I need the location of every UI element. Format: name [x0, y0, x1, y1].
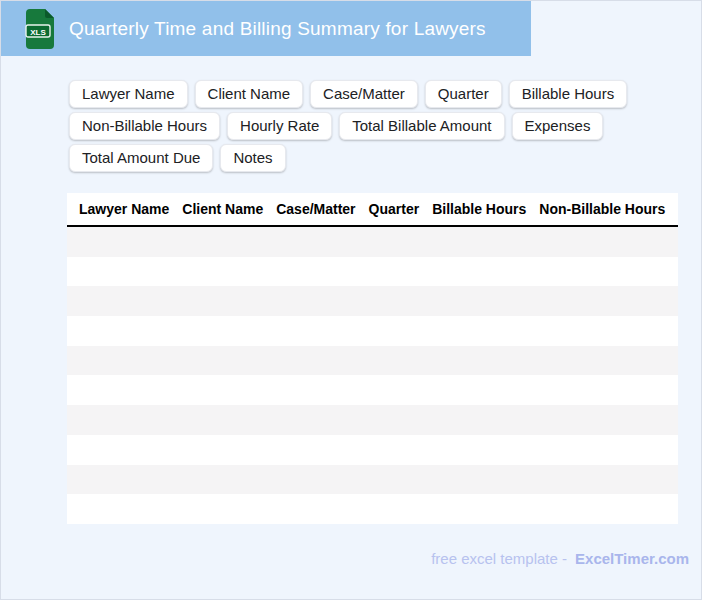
table-row [67, 316, 678, 346]
footer-text: free excel template - [431, 550, 567, 567]
field-chip[interactable]: Notes [220, 144, 285, 172]
field-chip[interactable]: Total Amount Due [69, 144, 213, 172]
table-row [67, 346, 678, 376]
footer-brand-link[interactable]: ExcelTimer.com [575, 550, 689, 567]
column-header: Quarter [369, 201, 420, 217]
column-header: Case/Matter [276, 201, 355, 217]
field-chip[interactable]: Hourly Rate [227, 112, 332, 140]
field-chip[interactable]: Total Billable Amount [339, 112, 504, 140]
field-chip[interactable]: Expenses [512, 112, 604, 140]
column-header: Lawyer Name [79, 201, 169, 217]
xls-file-icon: XLS [25, 8, 55, 50]
field-chip[interactable]: Case/Matter [310, 80, 418, 108]
table-row [67, 375, 678, 405]
table-body [67, 227, 678, 524]
table-row [67, 435, 678, 465]
table-header-row: Lawyer NameClient NameCase/MatterQuarter… [67, 193, 678, 227]
column-header: Client Name [182, 201, 263, 217]
summary-table: Lawyer NameClient NameCase/MatterQuarter… [67, 193, 678, 524]
footer: free excel template -ExcelTimer.com [1, 550, 701, 567]
table-row [67, 465, 678, 495]
table-row [67, 286, 678, 316]
table-row [67, 405, 678, 435]
page-title: Quarterly Time and Billing Summary for L… [69, 18, 486, 40]
field-chip[interactable]: Lawyer Name [69, 80, 188, 108]
column-header: Non-Billable Hours [539, 201, 665, 217]
table-row [67, 227, 678, 257]
field-chip[interactable]: Quarter [425, 80, 502, 108]
field-chip[interactable]: Non-Billable Hours [69, 112, 220, 140]
page: XLS Quarterly Time and Billing Summary f… [0, 0, 702, 600]
column-header: Billable Hours [432, 201, 526, 217]
field-chips: Lawyer NameClient NameCase/MatterQuarter… [69, 80, 689, 172]
svg-text:XLS: XLS [30, 27, 46, 36]
field-chip[interactable]: Billable Hours [509, 80, 628, 108]
table-row [67, 494, 678, 524]
field-chip[interactable]: Client Name [195, 80, 304, 108]
header: XLS Quarterly Time and Billing Summary f… [1, 1, 531, 56]
table-row [67, 257, 678, 287]
